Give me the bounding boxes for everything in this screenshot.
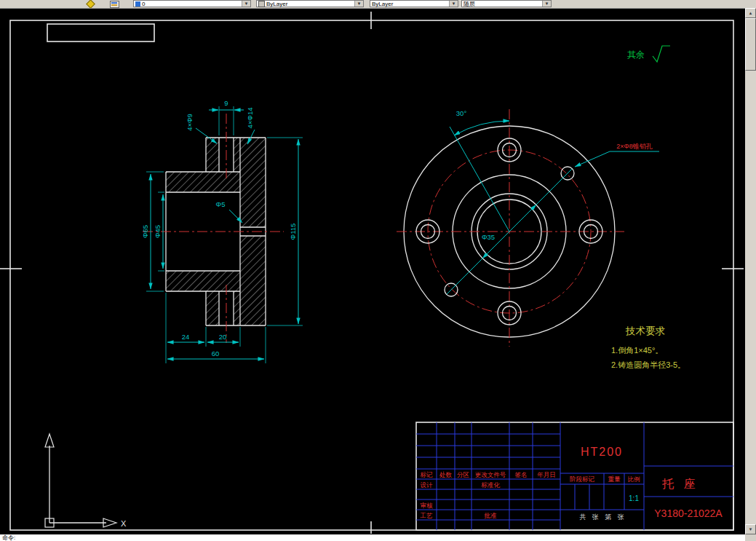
chevron-down-icon[interactable]: ▼ [354,1,363,7]
tb-label-approve: 批准 [484,512,498,519]
layers-icon [110,1,119,8]
dim-holes-large: 4×Φ14 [246,108,254,129]
layer-combo-value: 0 [142,1,145,7]
command-line[interactable]: 命令: [0,534,756,541]
tb-header-count: 处数 [439,471,453,478]
dim-bore: Φ45 [154,225,162,238]
chevron-down-icon[interactable]: ▼ [542,1,551,7]
tb-material: HT200 [581,446,623,458]
scrollbar-thumb[interactable] [745,18,756,71]
surface-finish-icon [653,46,670,62]
lineweight-combo[interactable]: 随层 ▼ [461,0,552,7]
section-view: 9 4×Φ9 4×Φ14 Φ5 Φ65 Φ45 Φ115 [141,99,303,363]
front-view: Φ35 30° 2×Φ8锥销孔 [397,109,659,347]
pin-hole-note: 2×Φ8锥销孔 [616,143,652,150]
scrollbar-corner [745,534,756,541]
surface-finish-note: 其余 [627,50,645,60]
tb-label-weight: 重量 [608,475,621,483]
lineweight-combo-value: 随层 [463,1,475,7]
title-block: 标记 处数 分区 更改文件号 签名 年月日 设计 标准化 审核 工艺 批准 阶段… [416,422,733,530]
tb-label-scale: 比例 [628,475,640,483]
tb-header-mark: 标记 [421,471,434,478]
dim-hub-od: Φ65 [141,225,149,238]
tb-label-stage: 阶段标记 [570,475,595,483]
tb-label-audit: 审核 [421,502,434,509]
ucs-x-label: X [121,519,127,528]
sheet-frame [0,12,744,534]
cad-drawing-canvas[interactable]: 9 4×Φ9 4×Φ14 Φ5 Φ65 Φ45 Φ115 [0,0,756,541]
color-swatch-icon [258,1,265,7]
tb-header-sign: 签名 [515,471,528,478]
tb-scale-value: 1:1 [629,494,639,502]
scroll-down-button[interactable]: ▼ [745,524,756,534]
chevron-down-icon[interactable]: ▼ [242,1,250,7]
tb-label-standardization: 标准化 [481,481,500,489]
make-layer-current-button[interactable] [84,0,98,7]
tb-label-process: 工艺 [420,512,434,519]
chevron-down-icon[interactable]: ▼ [449,1,458,7]
linetype-combo-value: ByLayer [372,1,393,7]
color-combo-value: ByLayer [266,1,287,7]
tb-label-design: 设计 [421,481,434,489]
tb-header-doc-no: 更改文件号 [475,471,506,478]
annotations: 其余 技术要求 1.倒角1×45°。 2.铸造圆角半径3-5。 [611,46,685,369]
dim-angle: 30° [456,109,467,117]
object-properties-toolbar: 0 ▼ ByLayer ▼ ByLayer ▼ 随层 ▼ [0,0,756,9]
frame-corner-box [47,24,154,42]
ucs-icon: X [45,434,127,528]
tb-header-zone: 分区 [457,471,469,478]
command-prompt: 命令: [2,534,15,541]
layer-combo[interactable]: 0 ▼ [133,0,251,7]
linetype-combo[interactable]: ByLayer ▼ [370,0,458,7]
dim-flange-od: Φ115 [289,224,297,240]
tb-sheet-text: 共 张 第 张 [579,513,624,521]
layer-current-icon [86,0,95,9]
dim-holes-small: 4×Φ9 [186,114,194,131]
scroll-up-button[interactable]: ▲ [745,8,756,18]
dim-len-a: 24 [182,333,190,341]
dim-slot-width: 9 [224,99,228,107]
dim-front-bore: Φ35 [482,233,495,241]
tech-requirement-2: 2.铸造圆角半径3-5。 [611,360,685,369]
dim-len-total: 60 [212,350,220,358]
tb-part-name: 托座 [661,478,706,490]
tb-drawing-no: Y3180-21022A [654,508,723,519]
color-combo[interactable]: ByLayer ▼ [256,0,364,7]
layer-state-icon [135,1,140,7]
dim-len-b: 20 [219,333,227,341]
tech-requirements-title: 技术要求 [625,325,665,336]
layers-button[interactable] [108,0,121,7]
tb-header-date: 年月日 [537,471,556,478]
tech-requirement-1: 1.倒角1×45°。 [611,346,663,355]
vertical-scrollbar[interactable]: ▲ ▼ [745,8,756,534]
dim-center-hole: Φ5 [216,200,226,208]
ucs-y-arrowhead [45,434,54,447]
